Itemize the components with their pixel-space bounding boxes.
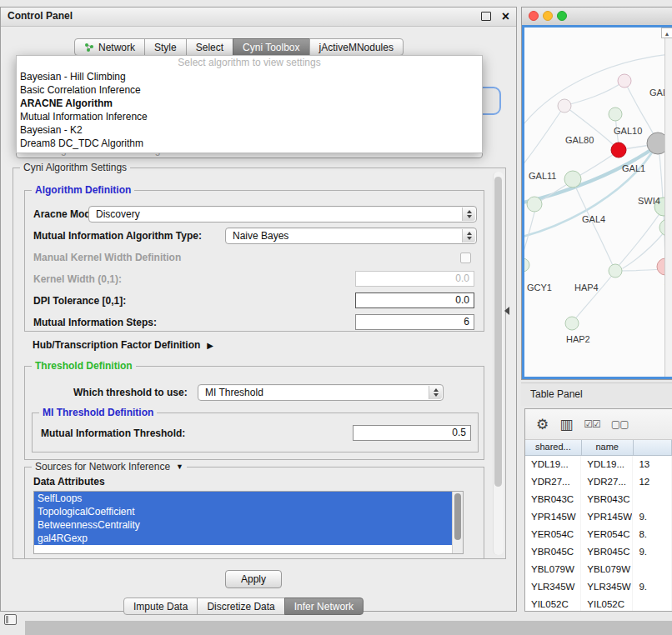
table-cell: YDR27... xyxy=(525,473,581,491)
tab-cyni-toolbox[interactable]: Cyni Toolbox xyxy=(233,38,309,56)
tab-infer-network[interactable]: Infer Network xyxy=(284,598,364,615)
tab-network[interactable]: Network xyxy=(74,38,145,56)
aracne-mode-value: Discovery xyxy=(96,207,140,222)
mi-threshold-group-title: MI Threshold Definition xyxy=(39,407,157,418)
sources-group-title[interactable]: Sources for Network Inference ▼ xyxy=(32,461,187,472)
list-scrollbar[interactable] xyxy=(452,492,463,553)
node-label: GAL10 xyxy=(614,126,642,136)
which-threshold-select[interactable]: MI Threshold xyxy=(198,384,444,401)
hub-definition-section[interactable]: Hub/Transcription Factor Definition ▶ xyxy=(33,339,213,351)
close-icon[interactable]: × xyxy=(502,8,509,25)
network-node[interactable] xyxy=(527,197,542,212)
table-row[interactable]: YER054CYER054C8. xyxy=(525,526,672,543)
table-cell: YLR345W xyxy=(581,578,633,596)
algorithm-option[interactable]: ARACNE Algorithm xyxy=(17,97,482,110)
expand-arrow-icon[interactable]: ▶ xyxy=(207,341,213,350)
table-row[interactable]: YIL052CYIL052C xyxy=(525,596,672,612)
table-panel-window: ⚙▥☑☑▢▢ shared...name YDL19...YDL19...13Y… xyxy=(524,408,672,612)
tab-discretize-data[interactable]: Discretize Data xyxy=(197,598,284,615)
tab-label: Cyni Toolbox xyxy=(243,42,299,53)
settings-group-title: Cyni Algorithm Settings xyxy=(20,162,130,173)
network-window-titlebar[interactable] xyxy=(522,8,672,26)
network-node[interactable] xyxy=(609,108,622,121)
float-window-icon[interactable] xyxy=(481,12,491,21)
table-row[interactable]: YDL19...YDL19...13 xyxy=(525,456,672,473)
node-label: GAL4 xyxy=(582,214,605,224)
table-cell: YIL052C xyxy=(525,596,581,612)
restore-panel-icon[interactable] xyxy=(4,614,17,625)
node-label: SWI4 xyxy=(638,196,660,206)
column-header-shared-[interactable]: shared... xyxy=(525,440,582,455)
attribute-list[interactable]: SelfLoopsTopologicalCoefficientBetweenne… xyxy=(33,491,464,554)
mi-type-select[interactable]: Naive Bayes xyxy=(225,228,477,244)
settings-icon[interactable]: ⚙ xyxy=(536,418,549,432)
network-node[interactable] xyxy=(618,74,631,88)
table-row[interactable]: YPR145WYPR145W9. xyxy=(525,508,672,526)
table-cell: YDL19... xyxy=(581,456,633,473)
zoom-traffic-light[interactable] xyxy=(557,11,567,21)
network-canvas[interactable]: GAL7GAL80GAL10GAL1GAL11SWI4GAL4GCY1HAP4Y… xyxy=(522,25,672,379)
scroll-up-icon[interactable]: ▲ xyxy=(661,28,672,38)
dpi-tolerance-field[interactable]: 0.0 xyxy=(355,292,474,308)
select-all-icon[interactable]: ☑☑ xyxy=(584,419,600,429)
attribute-item[interactable]: TopologicalCoefficient xyxy=(34,505,463,518)
manual-kernel-checkbox[interactable] xyxy=(460,252,471,263)
table-row[interactable]: YDR27...YDR27...12 xyxy=(525,473,672,491)
table-row[interactable]: YBR043CYBR043C xyxy=(525,491,672,508)
network-node[interactable] xyxy=(564,171,581,188)
collapse-arrow-icon[interactable]: ▼ xyxy=(176,462,183,471)
attribute-item[interactable]: SelfLoops xyxy=(34,492,463,505)
table-cell: YPR145W xyxy=(525,508,581,526)
tab-select[interactable]: Select xyxy=(186,38,233,56)
algorithm-option[interactable]: Dream8 DC_TDC Algorithm xyxy=(17,137,482,150)
algorithm-option[interactable]: Bayesian - K2 xyxy=(17,123,482,137)
close-traffic-light[interactable] xyxy=(529,11,539,21)
table-row[interactable]: YLR345WYLR345W9. xyxy=(525,578,672,596)
tab-label: Discretize Data xyxy=(207,601,274,612)
kernel-width-field[interactable]: 0.0 xyxy=(355,271,474,287)
table-row[interactable]: YBR045CYBR045C9. xyxy=(525,543,672,561)
splitter-collapse-icon[interactable] xyxy=(504,307,509,315)
clear-selection-icon[interactable]: ▢▢ xyxy=(611,419,629,429)
scrollbar-thumb[interactable] xyxy=(454,493,461,540)
network-scrollbar[interactable] xyxy=(664,28,672,377)
table-cell: YBR045C xyxy=(581,543,633,561)
table-cell xyxy=(633,491,672,508)
aracne-mode-select[interactable]: Discovery xyxy=(88,206,477,222)
attribute-item[interactable]: BetweennessCentrality xyxy=(34,518,463,532)
tab-style[interactable]: Style xyxy=(144,38,187,56)
column-header-2[interactable] xyxy=(634,440,672,455)
scrollbar-thumb[interactable] xyxy=(494,177,502,487)
apply-button[interactable]: Apply xyxy=(225,570,282,588)
table-cell: YLR345W xyxy=(525,578,581,596)
table-row[interactable]: YBL079WYBL079W xyxy=(525,561,672,578)
algorithm-option[interactable]: Mutual Information Inference xyxy=(17,110,482,123)
network-node[interactable] xyxy=(611,142,626,158)
table-cell: YDR27... xyxy=(581,473,633,491)
algorithm-option[interactable]: Bayesian - Hill Climbing xyxy=(17,70,482,83)
tab-label: Select xyxy=(196,42,223,53)
table-header-row: shared...name xyxy=(525,440,672,456)
tab-impute-data[interactable]: Impute Data xyxy=(123,598,198,615)
table-panel-titlebar[interactable]: Table Panel xyxy=(521,382,672,406)
network-node[interactable] xyxy=(558,99,571,112)
table-cell: YBR043C xyxy=(525,491,581,508)
dpi-tolerance-label: DPI Tolerance [0,1]: xyxy=(33,295,126,307)
table-cell xyxy=(633,596,672,612)
network-edge xyxy=(574,273,614,321)
network-node[interactable] xyxy=(609,264,622,278)
table-cell: YBL079W xyxy=(525,561,581,578)
algorithm-option[interactable]: Basic Correlation Inference xyxy=(17,83,482,97)
attribute-item[interactable]: gal4RGexp xyxy=(34,532,463,545)
column-header-name[interactable]: name xyxy=(582,440,634,455)
network-tab-icon xyxy=(84,42,94,52)
tab-jactivemnodules[interactable]: jActiveMNodules xyxy=(309,38,404,56)
control-panel-titlebar[interactable]: Control Panel × xyxy=(1,8,516,27)
network-node[interactable] xyxy=(565,317,579,330)
mi-steps-field[interactable]: 6 xyxy=(355,314,474,330)
columns-icon[interactable]: ▥ xyxy=(559,418,573,432)
mi-threshold-field[interactable]: 0.5 xyxy=(353,425,471,441)
network-node[interactable] xyxy=(524,258,529,272)
minimize-traffic-light[interactable] xyxy=(543,11,553,21)
settings-scrollbar[interactable] xyxy=(493,172,504,555)
